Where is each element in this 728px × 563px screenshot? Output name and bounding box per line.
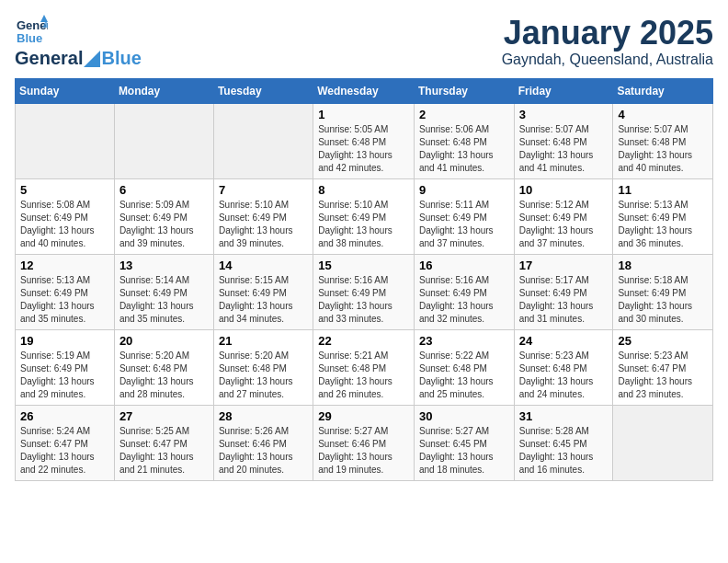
day-info: Sunrise: 5:23 AM Sunset: 6:47 PM Dayligh… [618,350,708,401]
day-info: Sunrise: 5:13 AM Sunset: 6:49 PM Dayligh… [20,274,109,326]
calendar-cell: 19Sunrise: 5:19 AM Sunset: 6:49 PM Dayli… [16,330,115,406]
calendar-cell: 28Sunrise: 5:26 AM Sunset: 6:46 PM Dayli… [213,406,313,481]
calendar-cell: 7Sunrise: 5:10 AM Sunset: 6:49 PM Daylig… [213,179,313,255]
weekday-header-thursday: Thursday [414,79,514,104]
day-info: Sunrise: 5:12 AM Sunset: 6:49 PM Dayligh… [519,199,609,250]
day-number: 16 [419,259,509,272]
calendar-cell: 22Sunrise: 5:21 AM Sunset: 6:48 PM Dayli… [313,330,415,406]
calendar-cell: 23Sunrise: 5:22 AM Sunset: 6:48 PM Dayli… [414,330,514,406]
day-info: Sunrise: 5:15 AM Sunset: 6:49 PM Dayligh… [219,274,308,326]
weekday-header-friday: Friday [514,79,613,104]
calendar-cell: 18Sunrise: 5:18 AM Sunset: 6:49 PM Dayli… [613,255,713,330]
day-info: Sunrise: 5:26 AM Sunset: 6:46 PM Dayligh… [219,425,308,477]
day-info: Sunrise: 5:10 AM Sunset: 6:49 PM Dayligh… [219,199,308,250]
calendar-cell: 26Sunrise: 5:24 AM Sunset: 6:47 PM Dayli… [16,406,115,481]
logo-general: General [15,48,83,69]
day-number: 24 [519,334,609,348]
calendar-cell [613,406,713,481]
day-number: 21 [219,334,308,348]
calendar-cell: 8Sunrise: 5:10 AM Sunset: 6:49 PM Daylig… [313,179,415,255]
calendar-cell [213,104,313,179]
calendar-week-4: 19Sunrise: 5:19 AM Sunset: 6:49 PM Dayli… [16,330,713,406]
calendar-week-5: 26Sunrise: 5:24 AM Sunset: 6:47 PM Dayli… [16,406,713,481]
day-info: Sunrise: 5:21 AM Sunset: 6:48 PM Dayligh… [318,350,409,401]
weekday-header-tuesday: Tuesday [213,79,313,104]
title-section: January 2025 Gayndah, Queensland, Austra… [502,15,713,68]
weekday-header-sunday: Sunday [16,79,115,104]
calendar-cell: 29Sunrise: 5:27 AM Sunset: 6:46 PM Dayli… [313,406,415,481]
day-number: 10 [519,183,609,197]
weekday-header-wednesday: Wednesday [313,79,415,104]
day-info: Sunrise: 5:06 AM Sunset: 6:48 PM Dayligh… [419,123,509,175]
day-number: 9 [419,183,509,197]
logo-blue: Blue [101,48,141,69]
calendar-table: SundayMondayTuesdayWednesdayThursdayFrid… [15,78,713,481]
day-number: 31 [519,409,609,423]
day-info: Sunrise: 5:07 AM Sunset: 6:48 PM Dayligh… [618,123,708,175]
day-info: Sunrise: 5:09 AM Sunset: 6:49 PM Dayligh… [119,199,209,250]
calendar-cell: 24Sunrise: 5:23 AM Sunset: 6:48 PM Dayli… [514,330,613,406]
day-number: 14 [219,259,308,272]
day-number: 20 [119,334,209,348]
calendar-cell: 4Sunrise: 5:07 AM Sunset: 6:48 PM Daylig… [613,104,713,179]
svg-marker-5 [84,51,100,67]
calendar-cell: 30Sunrise: 5:27 AM Sunset: 6:45 PM Dayli… [414,406,514,481]
day-number: 30 [419,409,509,423]
day-number: 25 [618,334,708,348]
logo-triangle-icon [84,51,100,67]
day-number: 1 [318,108,409,121]
day-info: Sunrise: 5:24 AM Sunset: 6:47 PM Dayligh… [20,425,109,477]
day-number: 3 [519,108,609,121]
day-info: Sunrise: 5:16 AM Sunset: 6:49 PM Dayligh… [419,274,509,326]
day-number: 8 [318,183,409,197]
calendar-week-2: 5Sunrise: 5:08 AM Sunset: 6:49 PM Daylig… [16,179,713,255]
day-info: Sunrise: 5:18 AM Sunset: 6:49 PM Dayligh… [618,274,708,326]
calendar-cell [16,104,115,179]
day-number: 18 [618,259,708,272]
day-number: 11 [618,183,708,197]
day-number: 5 [20,183,109,197]
calendar-cell: 10Sunrise: 5:12 AM Sunset: 6:49 PM Dayli… [514,179,613,255]
day-info: Sunrise: 5:20 AM Sunset: 6:48 PM Dayligh… [219,350,308,401]
day-number: 27 [119,409,209,423]
day-number: 7 [219,183,308,197]
calendar-cell: 3Sunrise: 5:07 AM Sunset: 6:48 PM Daylig… [514,104,613,179]
day-info: Sunrise: 5:27 AM Sunset: 6:45 PM Dayligh… [419,425,509,477]
calendar-cell: 16Sunrise: 5:16 AM Sunset: 6:49 PM Dayli… [414,255,514,330]
day-number: 17 [519,259,609,272]
day-info: Sunrise: 5:07 AM Sunset: 6:48 PM Dayligh… [519,123,609,175]
day-number: 4 [618,108,708,121]
svg-text:Blue: Blue [17,31,42,45]
calendar-cell: 11Sunrise: 5:13 AM Sunset: 6:49 PM Dayli… [613,179,713,255]
calendar-cell: 12Sunrise: 5:13 AM Sunset: 6:49 PM Dayli… [16,255,115,330]
day-info: Sunrise: 5:14 AM Sunset: 6:49 PM Dayligh… [119,274,209,326]
calendar-cell: 20Sunrise: 5:20 AM Sunset: 6:48 PM Dayli… [114,330,213,406]
day-info: Sunrise: 5:10 AM Sunset: 6:49 PM Dayligh… [318,199,409,250]
day-number: 28 [219,409,308,423]
day-number: 22 [318,334,409,348]
calendar-cell: 31Sunrise: 5:28 AM Sunset: 6:45 PM Dayli… [514,406,613,481]
day-info: Sunrise: 5:20 AM Sunset: 6:48 PM Dayligh… [119,350,209,401]
weekday-header-monday: Monday [114,79,213,104]
calendar-cell: 27Sunrise: 5:25 AM Sunset: 6:47 PM Dayli… [114,406,213,481]
day-info: Sunrise: 5:19 AM Sunset: 6:49 PM Dayligh… [20,350,109,401]
day-info: Sunrise: 5:13 AM Sunset: 6:49 PM Dayligh… [618,199,708,250]
day-info: Sunrise: 5:11 AM Sunset: 6:49 PM Dayligh… [419,199,509,250]
day-info: Sunrise: 5:28 AM Sunset: 6:45 PM Dayligh… [519,425,609,477]
calendar-title: January 2025 [502,15,713,52]
day-number: 23 [419,334,509,348]
day-number: 19 [20,334,109,348]
calendar-week-3: 12Sunrise: 5:13 AM Sunset: 6:49 PM Dayli… [16,255,713,330]
calendar-cell: 15Sunrise: 5:16 AM Sunset: 6:49 PM Dayli… [313,255,415,330]
calendar-subtitle: Gayndah, Queensland, Australia [502,52,713,68]
day-info: Sunrise: 5:05 AM Sunset: 6:48 PM Dayligh… [318,123,409,175]
weekday-header-row: SundayMondayTuesdayWednesdayThursdayFrid… [16,79,713,104]
day-info: Sunrise: 5:27 AM Sunset: 6:46 PM Dayligh… [318,425,409,477]
calendar-cell: 6Sunrise: 5:09 AM Sunset: 6:49 PM Daylig… [114,179,213,255]
calendar-cell: 21Sunrise: 5:20 AM Sunset: 6:48 PM Dayli… [213,330,313,406]
page-header: General Blue General Blue January 2025 G… [15,15,713,69]
day-info: Sunrise: 5:17 AM Sunset: 6:49 PM Dayligh… [519,274,609,326]
day-number: 29 [318,409,409,423]
calendar-cell: 5Sunrise: 5:08 AM Sunset: 6:49 PM Daylig… [16,179,115,255]
calendar-cell: 13Sunrise: 5:14 AM Sunset: 6:49 PM Dayli… [114,255,213,330]
